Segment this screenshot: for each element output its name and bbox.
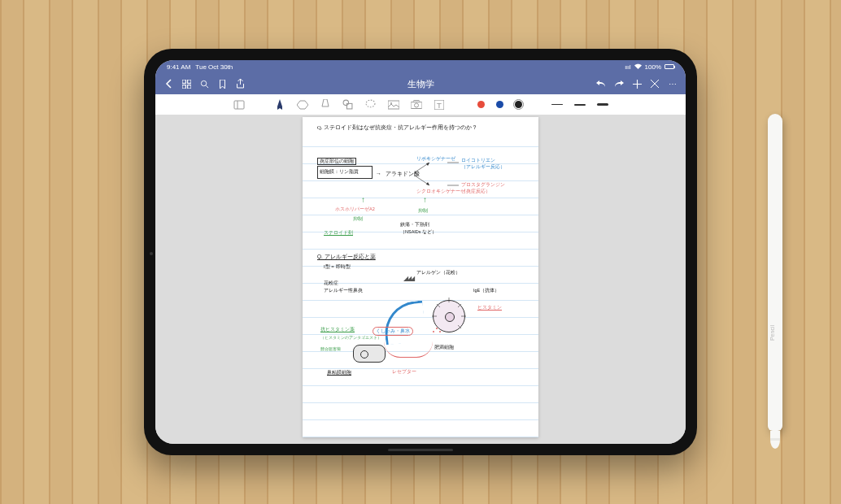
mucosa-cell-drawing — [353, 345, 386, 363]
battery-icon — [665, 64, 674, 69]
leukotriene-label: ロイコトリエン — [461, 158, 495, 163]
ige-label: IgE（抗体） — [473, 288, 499, 293]
svg-text:T: T — [437, 100, 442, 109]
allergy-note: （アレルギー反応） — [461, 164, 505, 170]
battery-pct: 100% — [645, 63, 661, 71]
pencil-label: Pencil — [769, 325, 775, 341]
up-arrow-icon: ↑ — [423, 195, 427, 204]
eraser-tool-icon[interactable] — [297, 99, 308, 111]
camera-dot — [150, 252, 153, 255]
cell-spikes — [429, 296, 469, 337]
hayfever-label: 花粉症 アレルギー性鼻炎 — [324, 280, 363, 294]
svg-line-32 — [437, 304, 440, 307]
svg-rect-1 — [187, 80, 190, 83]
phospholipase-label: ホスホリパーゼA2 — [335, 206, 375, 212]
search-icon[interactable] — [199, 79, 209, 89]
svg-point-18 — [414, 103, 418, 107]
nsaids-label-1: 鎮痛・下熱剤 — [400, 221, 429, 228]
grid-icon[interactable] — [181, 79, 191, 89]
signal-icon: ıııl — [625, 64, 630, 70]
add-icon[interactable] — [632, 79, 642, 89]
pollen-icon: ◢◢◢ — [403, 275, 413, 282]
svg-rect-10 — [234, 101, 244, 109]
ipad-device: 9:41 AM Tue Oct 30th ıııl 100% 生物学 — [144, 49, 697, 455]
share-icon[interactable] — [235, 79, 245, 89]
question-1: Q. ステロイド剤はなぜ抗炎症・抗アレルギー作用を持つのか？ — [317, 124, 530, 132]
note-page[interactable]: Q. ステロイド剤はなぜ抗炎症・抗アレルギー作用を持つのか？ 炎症部位の細胞 細… — [303, 117, 538, 437]
content-area[interactable]: Q. ステロイド剤はなぜ抗炎症・抗アレルギー作用を持つのか？ 炎症部位の細胞 細… — [155, 115, 686, 444]
cyclooxygenase-label: シクロオキシゲナーゼ — [416, 189, 465, 194]
inhibit-label-1: 抑制 — [353, 216, 363, 222]
svg-point-4 — [201, 80, 206, 85]
svg-rect-19 — [414, 101, 419, 102]
prostaglandin-label: プロスタグランジン — [461, 182, 505, 188]
mast-cell-label: 肥満細胞 — [434, 345, 454, 350]
apple-pencil: Pencil — [768, 114, 782, 431]
inflammation-note: （炎症反応） — [461, 189, 490, 194]
more-icon[interactable]: ⋯ — [668, 79, 678, 89]
readonly-icon[interactable] — [233, 99, 245, 111]
mucosa-label: 鼻粘膜細胞 — [327, 369, 351, 376]
histamine-label: ヒスタミン — [477, 304, 502, 311]
svg-rect-3 — [187, 85, 190, 88]
svg-line-31 — [458, 325, 461, 328]
highlighter-tool-icon[interactable] — [320, 99, 331, 111]
image-tool-icon[interactable] — [388, 99, 399, 111]
svg-rect-0 — [182, 80, 185, 83]
antagonist-label: （ヒスタミンのアンタゴニスト） — [320, 335, 381, 340]
svg-point-14 — [366, 100, 375, 107]
svg-point-36 — [433, 331, 434, 332]
inhibit-label-2: 抑制 — [418, 208, 428, 214]
screen: 9:41 AM Tue Oct 30th ıııl 100% 生物学 — [155, 60, 686, 444]
color-blue[interactable] — [496, 101, 503, 108]
bookmark-icon[interactable] — [217, 79, 227, 89]
lasso-tool-icon[interactable] — [365, 99, 377, 111]
antihistamine-label: 抗ヒスタミン薬 — [320, 327, 355, 332]
nav-bar: 生物学 ⋯ — [155, 73, 686, 94]
page-title: 生物学 — [251, 78, 590, 90]
svg-rect-2 — [182, 85, 185, 88]
camera-tool-icon[interactable] — [411, 99, 422, 111]
shape-tool-icon[interactable] — [342, 99, 354, 111]
pen-tool-icon[interactable] — [274, 99, 285, 111]
svg-line-5 — [206, 85, 208, 88]
toolbar: T — [155, 94, 686, 115]
lipooxygenase-label: リポキシゲナーゼ — [416, 156, 455, 162]
allergen-label: アレルゲン（花粉） — [416, 270, 460, 276]
back-icon[interactable] — [163, 79, 173, 89]
color-black[interactable] — [515, 101, 522, 108]
redo-icon[interactable] — [614, 79, 624, 89]
close-icon[interactable] — [650, 79, 660, 89]
membrane-box: 細胞膜：リン脂質 — [317, 166, 373, 179]
stroke-med[interactable] — [574, 104, 586, 106]
type1-label: I型 = 即時型 — [324, 263, 351, 271]
undo-icon[interactable] — [596, 79, 606, 89]
receptor-label: レセプター — [392, 369, 416, 375]
color-red[interactable] — [477, 101, 485, 108]
status-date: Tue Oct 30th — [195, 63, 233, 71]
svg-point-35 — [439, 331, 441, 332]
stroke-thin[interactable] — [551, 104, 563, 105]
red-curve — [384, 341, 433, 358]
wifi-icon — [634, 63, 642, 71]
stroke-thick[interactable] — [597, 103, 608, 106]
question-2: Q. アレルギー反応と薬 — [317, 254, 376, 261]
status-time: 9:41 AM — [167, 63, 190, 71]
blue-arrow — [382, 301, 427, 345]
svg-point-12 — [343, 100, 349, 105]
competitive-inhibitor-label: 競合阻害薬 — [320, 346, 341, 351]
arrow-icon: → — [376, 171, 381, 176]
text-tool-icon[interactable]: T — [434, 99, 445, 111]
up-arrow-icon: ↑ — [361, 195, 365, 204]
nsaids-label-2: （NSAIDs など） — [400, 229, 437, 235]
box-label: 炎症部位の細胞 — [317, 158, 356, 165]
svg-point-34 — [436, 328, 438, 329]
svg-rect-15 — [388, 101, 399, 109]
status-bar: 9:41 AM Tue Oct 30th ıııl 100% — [155, 60, 686, 73]
svg-line-29 — [458, 304, 461, 307]
steroid-label: ステロイド剤 — [324, 229, 353, 237]
